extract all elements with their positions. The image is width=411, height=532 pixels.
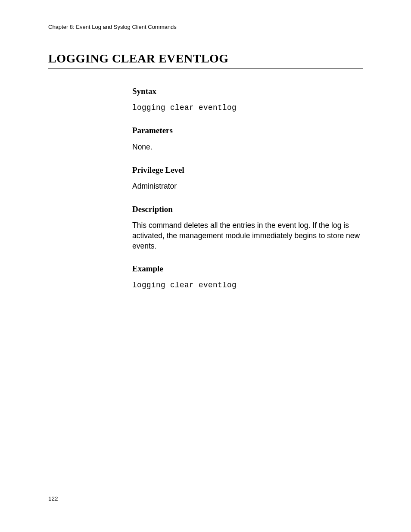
document-page: Chapter 8: Event Log and Syslog Client C…: [0, 0, 411, 532]
example-code: logging clear eventlog: [132, 280, 363, 291]
section-heading-example: Example: [132, 263, 363, 274]
parameters-text: None.: [132, 142, 363, 152]
section-heading-privilege: Privilege Level: [132, 165, 363, 176]
section-heading-syntax: Syntax: [132, 86, 363, 97]
syntax-code: logging clear eventlog: [132, 103, 363, 113]
privilege-text: Administrator: [132, 181, 363, 192]
section-heading-description: Description: [132, 204, 363, 215]
page-number: 122: [48, 495, 58, 502]
description-text: This command deletes all the entries in …: [132, 221, 363, 251]
section-heading-parameters: Parameters: [132, 125, 363, 136]
page-title: LOGGING CLEAR EVENTLOG: [48, 52, 363, 68]
chapter-header: Chapter 8: Event Log and Syslog Client C…: [48, 24, 363, 30]
content-block: Syntax logging clear eventlog Parameters…: [132, 86, 363, 291]
